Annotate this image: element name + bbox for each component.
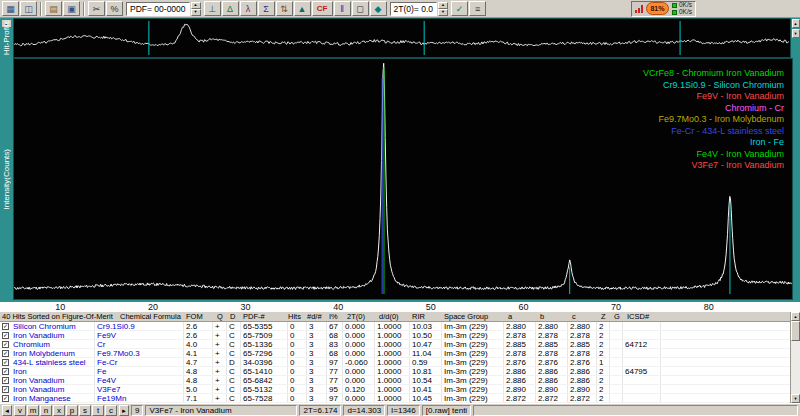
table-row[interactable]: ✓Iron VanadiumFe4V4.8+C65-684203770.0001…: [0, 376, 800, 385]
column-header[interactable]: Chemical Formula: [120, 313, 181, 321]
table-row[interactable]: ✓Iron VanadiumV3Fe75.0+C65-513203950.120…: [0, 385, 800, 394]
table-title-header[interactable]: 40 Hits Sorted on Figure-Of-Merit: [2, 313, 113, 321]
row-checkbox[interactable]: ✓: [2, 359, 9, 366]
line-markers-button[interactable]: ‖: [334, 1, 351, 16]
column-header[interactable]: RIR: [412, 313, 425, 321]
column-header[interactable]: Z: [601, 313, 606, 321]
axes-toggle-button[interactable]: ⊥: [204, 1, 221, 16]
legend-item[interactable]: Cr9.1Si0.9 - Silicon Chromium: [643, 80, 784, 92]
table-scrollbar[interactable]: ▲ ▼: [790, 312, 800, 403]
table-row[interactable]: ✓ChromiumCr4.0+C65-133603830.0001.000010…: [0, 340, 800, 349]
legend-item[interactable]: Fe4V - Iron Vanadium: [643, 149, 784, 161]
sheet-tab-m[interactable]: m: [27, 405, 39, 416]
overlay-button[interactable]: ▲: [294, 1, 311, 16]
column-header[interactable]: ICSD#: [627, 313, 649, 321]
pdf-number-input[interactable]: PDF= 00-0000: [126, 2, 190, 16]
sheet-tab-c[interactable]: c: [105, 405, 117, 416]
column-header[interactable]: b: [540, 313, 544, 321]
curve-fit-button[interactable]: CF: [312, 1, 333, 16]
two-theta-spin-up-button[interactable]: ▲: [438, 2, 448, 9]
column-header[interactable]: Q: [217, 313, 223, 321]
diffraction-plot[interactable]: VCrFe8 - Chromium Iron VanadiumCr9.1Si0.…: [13, 58, 793, 300]
options-menu-button[interactable]: ≡: [469, 1, 486, 16]
save-button[interactable]: ▣: [63, 1, 80, 16]
zoom-box-button[interactable]: ◻: [352, 1, 369, 16]
sheet-tab-p[interactable]: p: [66, 405, 78, 416]
row-checkbox[interactable]: ✓: [2, 323, 9, 330]
two-theta-offset-input[interactable]: 2T(0)= 0.0: [390, 2, 437, 16]
strip-down-button[interactable]: ▼: [792, 29, 800, 38]
sheet-tab-x[interactable]: x: [53, 405, 65, 416]
table-row[interactable]: ✓Iron VanadiumFe9V2.6+C65-750903680.0001…: [0, 331, 800, 340]
table-row[interactable]: ✓Iron ManganeseFe19Mn7.1+C65-752803970.0…: [0, 394, 800, 403]
row-checkbox[interactable]: ✓: [2, 368, 9, 375]
row-checkbox[interactable]: ✓: [2, 377, 9, 384]
legend-item[interactable]: VCrFe8 - Chromium Iron Vanadium: [643, 68, 784, 80]
table-cell: 3: [309, 385, 313, 394]
window-layout-button[interactable]: ▦: [2, 1, 19, 16]
column-header[interactable]: D: [230, 313, 235, 321]
strip-up-button[interactable]: ▲: [792, 19, 800, 28]
percent-scale-button[interactable]: %: [106, 1, 123, 16]
legend-item[interactable]: Chromium - Cr: [643, 103, 784, 115]
sheet-tab-n[interactable]: n: [40, 405, 52, 416]
column-header[interactable]: FOM: [186, 313, 203, 321]
table-row[interactable]: ✓Silicon ChromiumCr9.1Si0.92.6+C65-53550…: [0, 322, 800, 331]
pdf-number-value: 00-0000: [154, 3, 185, 15]
table-header-row: 40 Hits Sorted on Figure-Of-MeritChemica…: [0, 312, 800, 322]
column-header[interactable]: Hits: [288, 313, 301, 321]
table-cell: 3: [309, 367, 313, 376]
table-cell: 11.04: [412, 349, 431, 358]
sheet-tab-t[interactable]: t: [92, 405, 104, 416]
pdf-spin-up-button[interactable]: ▲: [191, 2, 201, 9]
column-header[interactable]: Space Group: [444, 313, 488, 321]
hit-profile-plot[interactable]: [13, 18, 791, 58]
pattern-window-button[interactable]: ◫: [20, 1, 37, 16]
sort-toggle-button[interactable]: ⇅: [276, 1, 293, 16]
column-header[interactable]: a: [508, 313, 512, 321]
thumbnail-view-button[interactable]: ▤: [45, 1, 62, 16]
apply-button[interactable]: ✓: [451, 1, 468, 16]
cut-range-button[interactable]: ✂: [88, 1, 105, 16]
table-row[interactable]: ✓434-L stainless steelFe-Cr4.7+D34-03960…: [0, 358, 800, 367]
table-row[interactable]: ✓Iron MolybdenumFe9.7Mo0.34.1+C65-729603…: [0, 349, 800, 358]
row-checkbox[interactable]: ✓: [2, 332, 9, 339]
row-checkbox[interactable]: ✓: [2, 395, 9, 402]
scroll-up-button[interactable]: ▲: [791, 312, 800, 321]
column-header[interactable]: #d/#: [307, 313, 322, 321]
row-checkbox[interactable]: ✓: [2, 341, 9, 348]
table-cell: 65-1336: [243, 340, 272, 349]
phase-diamond-button[interactable]: ◆: [370, 1, 387, 16]
integrate-button[interactable]: Σ: [258, 1, 275, 16]
scroll-thumb[interactable]: [791, 321, 800, 341]
column-header[interactable]: d/d(0): [379, 313, 399, 321]
column-header[interactable]: G: [614, 313, 620, 321]
scroll-down-button[interactable]: ▼: [791, 394, 800, 403]
table-cell: 10.45: [412, 394, 432, 403]
legend-item[interactable]: Iron - Fe: [643, 137, 784, 149]
peak-labels-button[interactable]: Δ: [222, 1, 239, 16]
legend-item[interactable]: Fe9.7Mo0.3 - Iron Molybdenum: [643, 114, 784, 126]
legend-item[interactable]: V3Fe7 - Iron Vanadium: [643, 160, 784, 172]
column-header[interactable]: 2T(0): [347, 313, 365, 321]
table-cell: 3: [309, 349, 313, 358]
two-theta-spin-down-button[interactable]: ▼: [438, 9, 448, 16]
tabs-scroll-right-button[interactable]: ►: [119, 405, 129, 416]
table-cell: 0: [290, 376, 294, 385]
row-checkbox[interactable]: ✓: [2, 386, 9, 393]
scroll-track[interactable]: [791, 341, 800, 394]
pdf-spin-down-button[interactable]: ▼: [191, 9, 201, 16]
legend-item[interactable]: Fe-Cr - 434-L stainless steel: [643, 126, 784, 138]
selected-phase-panel[interactable]: V3Fe7 - Iron Vanadium: [145, 405, 297, 416]
column-header[interactable]: I%: [329, 313, 338, 321]
table-row[interactable]: ✓IronFe4.8+C65-141003770.0001.000010.81I…: [0, 367, 800, 376]
phase-name-cell: Iron Vanadium: [13, 331, 64, 340]
wavelength-button[interactable]: λ: [240, 1, 257, 16]
sheet-tab-v[interactable]: v: [14, 405, 26, 416]
row-checkbox[interactable]: ✓: [2, 350, 9, 357]
column-header[interactable]: c: [572, 313, 576, 321]
tabs-scroll-left-button[interactable]: ◄: [2, 405, 12, 416]
column-header[interactable]: PDF-#: [243, 313, 265, 321]
legend-item[interactable]: Fe9V - Iron Vanadium: [643, 91, 784, 103]
sheet-tab-s[interactable]: s: [79, 405, 91, 416]
